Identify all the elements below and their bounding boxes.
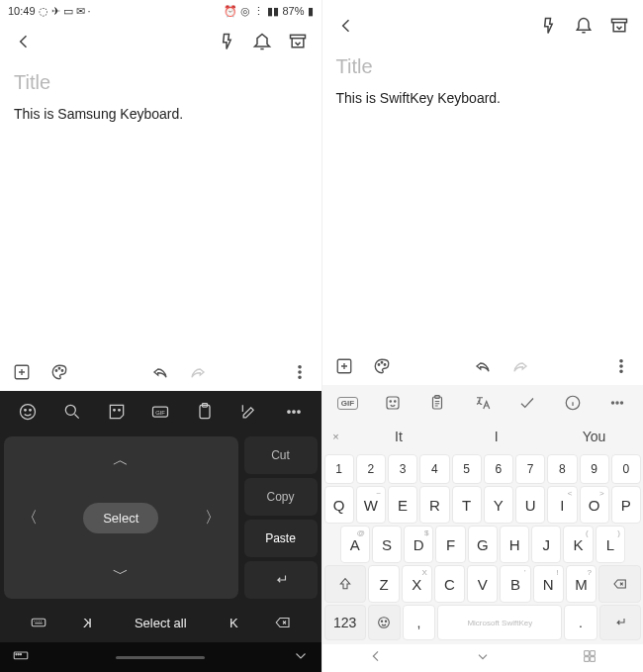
key-F[interactable]: F [435, 526, 465, 563]
redo-button[interactable] [508, 354, 532, 378]
reminder-button[interactable] [248, 28, 276, 55]
enter-button[interactable] [244, 561, 318, 599]
search-icon[interactable] [60, 400, 84, 424]
recent-nav-icon[interactable] [582, 648, 597, 668]
shift-key[interactable] [324, 565, 367, 603]
key-L[interactable]: L) [596, 526, 625, 563]
key-U[interactable]: U [515, 486, 545, 524]
key-8[interactable]: 8 [547, 454, 577, 484]
sticker-icon[interactable] [381, 391, 405, 415]
home-indicator[interactable] [116, 656, 205, 659]
title-placeholder[interactable]: Title [336, 55, 630, 78]
key-3[interactable]: 3 [388, 454, 417, 484]
key-D[interactable]: D$ [404, 526, 433, 563]
menu-button[interactable] [609, 354, 633, 378]
cut-button[interactable]: Cut [244, 436, 318, 474]
key-G[interactable]: G [468, 526, 498, 563]
emoji-key[interactable] [368, 605, 401, 640]
backspace-key[interactable] [598, 565, 641, 603]
key-9[interactable]: 9 [580, 454, 609, 484]
suggestion-close[interactable]: × [322, 431, 350, 442]
key-Y[interactable]: Y [484, 486, 513, 524]
key-I[interactable]: I< [547, 486, 577, 524]
key-X[interactable]: XX [402, 565, 432, 603]
key-W[interactable]: W~ [356, 486, 386, 524]
cursor-left[interactable]: 〈 [22, 508, 38, 528]
key-J[interactable]: J [531, 526, 561, 563]
select-all-button[interactable]: Select all [112, 616, 210, 630]
hide-keyboard-icon[interactable] [292, 646, 310, 668]
paste-button[interactable]: Paste [244, 520, 318, 557]
redo-button[interactable] [186, 360, 210, 384]
suggestion-3[interactable]: You [545, 429, 643, 444]
clipboard-icon[interactable] [425, 391, 449, 415]
text-edit-icon[interactable] [237, 400, 261, 424]
key-R[interactable]: R [419, 486, 449, 524]
select-button[interactable]: Select [83, 503, 158, 533]
key-O[interactable]: O> [580, 486, 609, 524]
cursor-down[interactable]: ﹀ [113, 564, 129, 585]
menu-button[interactable] [288, 360, 312, 384]
keyboard-switch-icon[interactable] [14, 614, 62, 631]
archive-button[interactable] [284, 28, 312, 55]
key-A[interactable]: A@ [340, 526, 370, 563]
key-H[interactable]: H [500, 526, 529, 563]
more-icon[interactable] [605, 391, 629, 415]
suggestion-1[interactable]: It [350, 429, 448, 444]
key-5[interactable]: 5 [452, 454, 482, 484]
title-placeholder[interactable]: Title [14, 71, 308, 94]
note-body[interactable]: Title This is Samsung Keyboard. [0, 61, 322, 353]
ime-switch-icon[interactable] [12, 646, 30, 668]
key-0[interactable]: 0 [611, 454, 641, 484]
pin-button[interactable] [213, 28, 240, 55]
key-K[interactable]: K( [563, 526, 593, 563]
back-button[interactable] [332, 12, 360, 40]
add-button[interactable] [10, 360, 34, 384]
period-key[interactable]: . [564, 605, 597, 640]
more-icon[interactable] [282, 400, 306, 424]
enter-key[interactable] [599, 605, 641, 640]
key-E[interactable]: E [388, 486, 417, 524]
gif-icon[interactable]: GIF [336, 391, 360, 415]
key-6[interactable]: 6 [484, 454, 513, 484]
translate-icon[interactable] [471, 391, 495, 415]
suggestion-2[interactable]: I [447, 429, 545, 444]
cursor-right[interactable]: 〉 [205, 508, 221, 528]
key-B[interactable]: B' [500, 565, 530, 603]
archive-button[interactable] [605, 12, 633, 40]
emoji-icon[interactable] [16, 400, 40, 424]
pin-button[interactable] [534, 12, 562, 40]
palette-button[interactable] [47, 360, 71, 384]
cursor-pad[interactable]: ︿ ﹀ 〈 〉 Select [4, 436, 238, 599]
key-C[interactable]: C [434, 565, 465, 603]
back-nav-icon[interactable] [368, 648, 384, 668]
mode-key[interactable]: 123 [324, 605, 366, 640]
note-text[interactable]: This is SwiftKey Keyboard. [336, 90, 630, 106]
copy-button[interactable]: Copy [244, 478, 318, 516]
key-Z[interactable]: Z [368, 565, 399, 603]
space-key[interactable]: Microsoft SwiftKey [437, 605, 562, 640]
gif-icon[interactable]: GIF [148, 400, 172, 424]
key-7[interactable]: 7 [515, 454, 545, 484]
key-P[interactable]: P [611, 486, 641, 524]
undo-button[interactable] [148, 360, 172, 384]
add-button[interactable] [332, 354, 356, 378]
palette-button[interactable] [370, 354, 394, 378]
cursor-up[interactable]: ︿ [113, 450, 129, 471]
info-icon[interactable] [561, 391, 585, 415]
key-2[interactable]: 2 [356, 454, 386, 484]
note-body[interactable]: Title This is SwiftKey Keyboard. [322, 46, 644, 347]
task-icon[interactable] [515, 391, 539, 415]
hide-keyboard-icon[interactable] [475, 648, 491, 668]
clipboard-icon[interactable] [193, 400, 217, 424]
reminder-button[interactable] [570, 12, 597, 40]
key-T[interactable]: T [452, 486, 482, 524]
prev-word-button[interactable]: K [62, 616, 111, 630]
key-1[interactable]: 1 [324, 454, 354, 484]
key-S[interactable]: S [372, 526, 402, 563]
next-word-button[interactable]: K [210, 616, 258, 630]
key-V[interactable]: V [467, 565, 498, 603]
comma-key[interactable]: , [403, 605, 435, 640]
backspace-button[interactable] [258, 614, 307, 631]
key-4[interactable]: 4 [419, 454, 449, 484]
